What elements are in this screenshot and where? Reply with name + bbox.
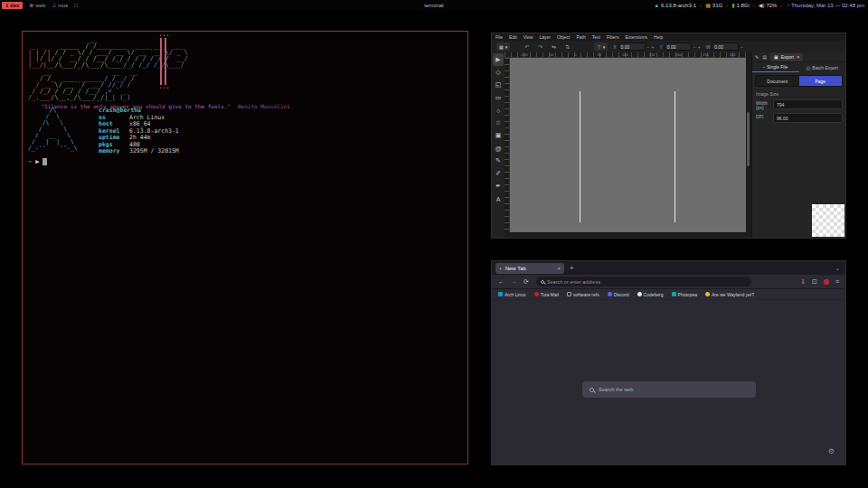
bookmark-folder-software-refs[interactable]: software refs — [567, 292, 599, 297]
selector-tool[interactable]: ▶ — [493, 53, 504, 66]
bookmark-are-we-wayland-yet[interactable]: Are we Wayland yet? — [705, 292, 754, 297]
document-button[interactable]: Document — [756, 76, 799, 86]
menu-filters[interactable]: Filters — [607, 34, 619, 40]
text-tool[interactable]: A — [493, 192, 504, 205]
reload-button[interactable]: ⟳ — [524, 278, 529, 286]
back-button[interactable]: ← — [498, 278, 505, 285]
pencil-tool[interactable]: ✎ — [493, 155, 504, 167]
clock-icon: ◔ — [786, 3, 789, 8]
shell-prompt[interactable]: ~ ▶ — [28, 158, 47, 165]
layers-icon[interactable]: ▤ — [762, 54, 767, 60]
browser-window[interactable]: ◐ New Tab × + ⌄ ← → ⟳ ⇩ ⊡ ≡ Arch Linux T… — [491, 260, 846, 465]
forward-button[interactable]: → — [511, 278, 517, 285]
bookmark-discord[interactable]: Discord — [608, 292, 629, 297]
page-button[interactable]: Page — [799, 76, 843, 86]
menu-help[interactable]: Help — [654, 34, 663, 40]
rotate-ccw-button[interactable]: ↶ — [524, 43, 529, 50]
close-icon[interactable]: × — [797, 54, 799, 60]
decrement-button[interactable]: − — [693, 44, 696, 50]
increment-button[interactable]: + — [698, 44, 701, 50]
inkscape-window[interactable]: File Edit View Layer Object Path Text Fi… — [491, 33, 846, 239]
menu-layer[interactable]: Layer — [539, 34, 551, 40]
web-search-input[interactable] — [599, 387, 749, 392]
decrement-button[interactable]: − — [741, 44, 743, 50]
bookmark-arch-linux[interactable]: Arch Linux — [498, 292, 526, 297]
disk-module: ▦ 31G — [705, 2, 722, 8]
single-file-tab[interactable]: ▪ Single File — [752, 62, 799, 72]
selection-mode-dropdown[interactable]: ▦ ▾ — [496, 42, 510, 51]
kernel-module: ▲ 6.13.8-arch3-1 — [654, 3, 696, 8]
pencil-icon[interactable]: ✎ — [755, 54, 759, 60]
address-input[interactable] — [547, 279, 747, 285]
horizontal-scrollbar[interactable] — [505, 232, 750, 238]
rectangle-tool[interactable]: ▭ — [493, 91, 504, 104]
globe-icon: ◐ — [499, 266, 503, 271]
x-input[interactable]: 0.00 — [618, 42, 646, 51]
arch-icon: ▲ — [654, 3, 659, 8]
url-bar[interactable] — [536, 277, 751, 286]
bookmark-codeberg[interactable]: Codeberg — [637, 292, 664, 297]
menu-path[interactable]: Path — [576, 34, 585, 40]
prompt-arrow: ▶ — [35, 158, 39, 165]
download-icon[interactable]: ⇩ — [800, 278, 806, 286]
scrollbar-thumb[interactable] — [747, 112, 750, 166]
adblock-extension-icon[interactable] — [824, 279, 829, 285]
w-input[interactable]: 0.00 — [712, 42, 739, 51]
vertical-scrollbar[interactable] — [746, 58, 750, 234]
export-tab[interactable]: ▣ Export × — [770, 53, 803, 61]
box3d-tool[interactable]: ▣ — [493, 129, 504, 142]
width-input[interactable]: 794 — [773, 99, 843, 109]
drawing-canvas[interactable] — [510, 58, 746, 234]
batch-export-tab[interactable]: ▤ Batch Export — [799, 62, 846, 72]
caret-down-icon: ▾ — [603, 44, 606, 50]
flip-horizontal-button[interactable]: ⇆ — [552, 43, 556, 50]
close-tab-icon[interactable]: × — [557, 266, 561, 271]
menu-view[interactable]: View — [524, 34, 533, 40]
bookmark-tuta-mail[interactable]: Tuta Mail — [534, 292, 559, 297]
shape-builder-tool[interactable]: ◱ — [493, 79, 504, 91]
dpi-input[interactable]: 96.00 — [773, 113, 843, 123]
y-input[interactable]: 0.00 — [665, 42, 692, 51]
tab-list-chevron-icon[interactable]: ⌄ — [835, 265, 840, 271]
menu-icon[interactable]: ≡ — [835, 278, 839, 285]
node-tool[interactable]: ◇ — [493, 66, 504, 79]
align-dropdown[interactable]: ⊤ ▾ — [594, 42, 608, 51]
calligraphy-tool[interactable]: ✒ — [493, 180, 504, 192]
single-file-icon: ▪ — [763, 64, 765, 70]
disk-icon: ▦ — [705, 2, 711, 8]
system-fetch-info: crash@bertha osArch Linux hostx86_64 ker… — [99, 108, 179, 155]
flip-vertical-button[interactable]: ⇅ — [565, 43, 570, 50]
ellipse-tool[interactable]: ○ — [493, 104, 504, 117]
menu-file[interactable]: File — [495, 34, 503, 40]
menu-edit[interactable]: Edit — [509, 34, 517, 40]
decrement-button[interactable]: − — [647, 44, 650, 50]
fetch-row: memory3295M / 32015M — [99, 148, 179, 155]
export-area-segmented-control: Document Page — [755, 75, 843, 87]
bookmark-photopea[interactable]: Photopea — [672, 292, 697, 297]
web-search-box[interactable] — [582, 381, 756, 398]
menu-text[interactable]: Text — [592, 34, 600, 40]
prompt-path: ~ — [28, 158, 32, 165]
active-tab[interactable]: ◐ New Tab × — [495, 263, 564, 274]
menu-object[interactable]: Object — [557, 34, 570, 40]
terminal-window[interactable]: __ _ _____ / /________ ____ ___ ___ | | … — [22, 31, 468, 465]
navbar-actions: ⇩ ⊡ ≡ — [800, 278, 845, 286]
rotate-cw-button[interactable]: ↷ — [538, 43, 542, 50]
ascii-art-bar-decoration — [160, 38, 166, 85]
export-icon: ▣ — [774, 54, 778, 60]
volume-module[interactable]: ◀) 72% — [759, 2, 778, 8]
star-tool[interactable]: ☆ — [493, 117, 504, 129]
separator: ‹ — [780, 3, 782, 8]
menu-extensions[interactable]: Extensions — [626, 34, 647, 40]
personalize-gear-icon[interactable]: ⚙ — [828, 447, 835, 455]
extensions-icon[interactable]: ⊡ — [812, 278, 817, 286]
separator: ‹ — [753, 3, 755, 8]
new-tab-button[interactable]: + — [570, 264, 574, 272]
spiral-tool[interactable]: @ — [493, 142, 504, 155]
export-mode-tabs: ▪ Single File ▤ Batch Export — [752, 62, 845, 72]
pen-tool[interactable]: ✐ — [493, 167, 504, 180]
increment-button[interactable]: + — [652, 44, 655, 50]
folder-icon — [567, 292, 571, 296]
caret-down-icon: ▾ — [505, 44, 508, 50]
tuta-favicon — [534, 292, 539, 296]
